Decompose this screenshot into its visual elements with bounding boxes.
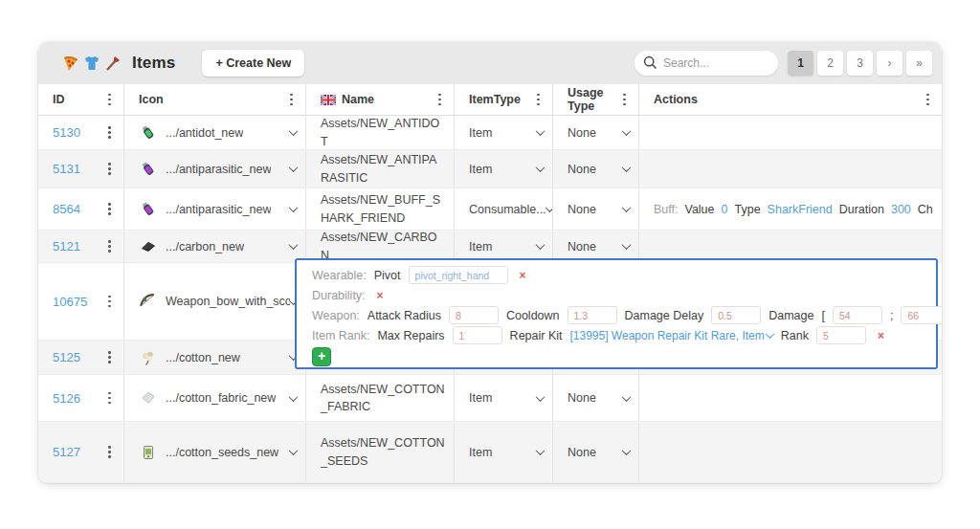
rank-input[interactable] (816, 326, 866, 344)
attack-radius-input[interactable] (449, 306, 499, 324)
chevron-down-icon[interactable] (622, 392, 632, 402)
repair-kit-link[interactable]: [13995] Weapon Repair Kit Rare, Item (570, 329, 773, 342)
column-menu-icon[interactable] (619, 90, 630, 110)
column-menu-icon[interactable] (104, 347, 115, 367)
chevron-down-icon[interactable] (622, 240, 632, 250)
field-label: Rank (781, 329, 809, 342)
buff-label: Chance (918, 203, 933, 216)
chevron-down-icon[interactable] (289, 240, 299, 250)
remove-icon[interactable]: × (520, 269, 526, 282)
chevron-down-icon[interactable] (765, 329, 774, 339)
buff-value-link[interactable]: 300 (891, 203, 911, 216)
panel-line: Wearable:Pivot× (312, 265, 926, 285)
row-id-link[interactable]: 5131 (53, 162, 80, 176)
row-id-link[interactable]: 5130 (53, 125, 80, 140)
table-row: 5127.../cotton_seeds_newAssets/NEW_COTTO… (38, 422, 942, 483)
row-id-link[interactable]: 5125 (53, 350, 80, 364)
icon-cell: .../carbon_new (124, 231, 306, 262)
column-menu-icon[interactable] (104, 199, 115, 219)
column-header-icon[interactable]: Icon (124, 84, 306, 115)
column-menu-icon[interactable] (104, 122, 115, 143)
chevron-down-icon[interactable] (536, 240, 546, 250)
id-cell: 5127 (38, 422, 124, 482)
column-header-id[interactable]: ID (38, 84, 124, 115)
id-cell: 10675 (38, 263, 124, 340)
chevron-down-icon[interactable] (622, 163, 632, 172)
name-cell: Assets/NEW_ANTIPARASITIC (306, 150, 455, 187)
row-id-link[interactable]: 10675 (53, 295, 87, 309)
column-menu-icon[interactable] (923, 90, 933, 110)
damage-min-input[interactable] (833, 306, 882, 324)
buff-value-link[interactable]: 0 (722, 203, 728, 216)
damage-delay-input[interactable] (711, 306, 761, 324)
name-cell: Assets/NEW_BUFF_SHARK_FRIEND (306, 188, 455, 230)
usage-type-value: None (568, 391, 596, 405)
row-id-link[interactable]: 8564 (53, 202, 80, 216)
chevron-down-icon[interactable] (536, 392, 546, 402)
table-row: 5126.../cotton_fabric_newAssets/NEW_COTT… (38, 375, 942, 422)
item-type-value: Item (469, 240, 492, 253)
chevron-down-icon[interactable] (622, 203, 632, 212)
column-header-itemtype[interactable]: ItemType (455, 84, 553, 115)
chevron-down-icon[interactable] (289, 163, 299, 172)
buff-label: Type (734, 203, 760, 216)
icon-cell: .../antiparasitic_new (124, 188, 306, 230)
column-menu-icon[interactable] (104, 292, 115, 312)
search-icon (643, 55, 657, 70)
last-page-button[interactable]: » (906, 51, 932, 76)
column-header-actions[interactable]: Actions (639, 84, 942, 115)
column-menu-icon[interactable] (286, 90, 297, 110)
buff-value-link[interactable]: SharkFriend (768, 203, 833, 216)
icon-cell: .../cotton_new (124, 341, 306, 374)
column-header-label: Usage Type (568, 86, 613, 113)
max-repairs-input[interactable] (453, 326, 502, 344)
chevron-down-icon[interactable] (289, 126, 299, 136)
column-menu-icon[interactable] (104, 159, 115, 179)
actions-cell: Buff:Value0TypeSharkFriendDuration300Cha… (639, 188, 942, 230)
page-button-1[interactable]: 1 (788, 51, 813, 76)
usage-type-value: None (568, 203, 596, 216)
row-id-link[interactable]: 5121 (53, 239, 80, 253)
item-type-cell: Item (455, 422, 553, 482)
items-card: Items + Create New 123›» IDIconNameItemT… (38, 42, 942, 483)
column-menu-icon[interactable] (104, 90, 115, 110)
chevron-down-icon[interactable] (289, 203, 299, 212)
usage-type-value: None (568, 446, 596, 459)
name-value: Assets/NEW_COTTON_FABRIC (321, 377, 445, 419)
chevron-down-icon[interactable] (289, 392, 299, 402)
cooldown-input[interactable] (568, 306, 617, 324)
field-label: Damage Delay (625, 309, 704, 322)
field-label: Pivot (374, 269, 401, 282)
page-button-2[interactable]: 2 (817, 51, 843, 76)
chevron-down-icon[interactable] (536, 163, 546, 172)
chevron-down-icon[interactable] (289, 446, 299, 455)
column-menu-icon[interactable] (434, 90, 445, 110)
row-id-link[interactable]: 5127 (53, 445, 80, 459)
row-id-link[interactable]: 5126 (53, 391, 80, 406)
create-new-button[interactable]: + Create New (202, 50, 304, 77)
page-button-3[interactable]: 3 (847, 51, 873, 76)
column-menu-icon[interactable] (104, 236, 115, 256)
column-header-name[interactable]: Name (306, 84, 455, 115)
field-label: Repair Kit (510, 329, 563, 342)
next-page-button[interactable]: › (877, 51, 902, 76)
chevron-down-icon[interactable] (536, 126, 546, 136)
add-component-button[interactable]: + (312, 347, 331, 366)
column-menu-icon[interactable] (104, 442, 115, 462)
id-cell: 8564 (38, 188, 124, 230)
item-type-cell: Consumable... (455, 188, 553, 230)
chevron-down-icon[interactable] (536, 446, 546, 455)
remove-icon[interactable]: × (377, 289, 384, 302)
remove-icon[interactable]: × (878, 329, 884, 342)
chevron-down-icon[interactable] (622, 126, 632, 136)
column-menu-icon[interactable] (533, 90, 544, 110)
column-header-usage-type[interactable]: Usage Type (553, 84, 639, 115)
pivot-input[interactable] (409, 266, 508, 284)
item-type-value: Item (469, 391, 492, 405)
buff-label: Buff: (654, 203, 678, 216)
damage-max-input[interactable] (901, 306, 942, 324)
fabric-icon (139, 389, 158, 407)
icon-path-label: .../antiparasitic_new (166, 163, 271, 176)
chevron-down-icon[interactable] (622, 446, 632, 455)
column-menu-icon[interactable] (104, 388, 115, 408)
